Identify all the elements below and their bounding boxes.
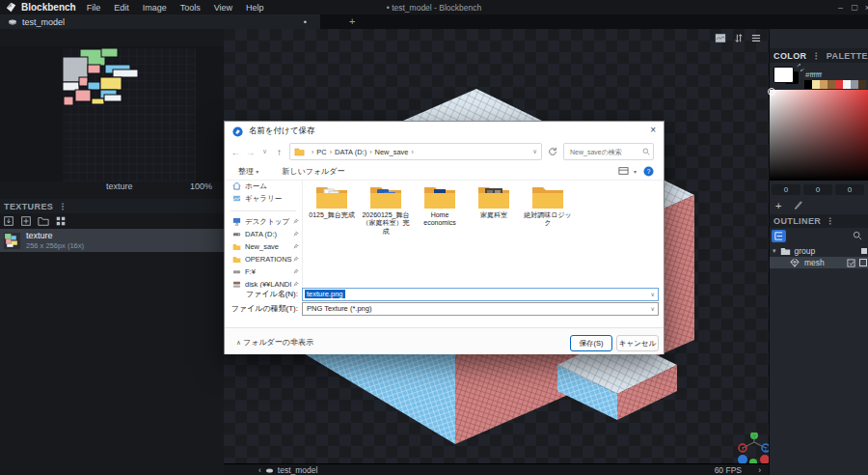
sidebar-item-new-save[interactable]: New_save <box>225 240 302 253</box>
folder-tile[interactable]: 家庭科室 <box>468 183 520 219</box>
breadcrumb-drive[interactable]: DATA (D:) <box>335 148 366 156</box>
folder-tile[interactable]: PSD 20260125_舞台（家庭科室）完成 <box>360 183 412 236</box>
edit-palette-icon[interactable] <box>793 201 802 210</box>
file-type-dropdown-icon[interactable]: ∨ <box>651 305 655 312</box>
hex-value[interactable]: #ffffff <box>805 70 822 79</box>
mesh-checkbox-icon[interactable] <box>847 259 855 267</box>
texture-layout-icon[interactable] <box>55 215 67 227</box>
pin-icon <box>293 231 299 237</box>
nav-forward-icon[interactable]: → <box>243 147 258 157</box>
breadcrumb[interactable]: › PC › DATA (D:) › New_save › ∨ <box>289 143 542 160</box>
menu-edit[interactable]: Edit <box>107 3 136 13</box>
outliner-group-row[interactable]: ▾ group <box>770 245 868 257</box>
view-options-chevron-icon[interactable]: ▾ <box>634 168 637 175</box>
file-name-input[interactable]: texture.png ∨ <box>302 288 659 301</box>
refresh-icon[interactable] <box>548 147 557 156</box>
palette-swatch[interactable] <box>858 80 866 89</box>
saturation-value-picker[interactable] <box>770 90 868 181</box>
new-tab-button[interactable]: + <box>349 15 355 27</box>
folder-tile[interactable]: Home economics <box>414 183 466 228</box>
sidebar-item-data-drive[interactable]: DATA (D:) <box>225 228 302 240</box>
file-type-select[interactable]: PNG Texture (*.png) ∨ <box>302 302 659 316</box>
chevron-down-icon[interactable]: ▾ <box>773 247 776 255</box>
current-color-swatch[interactable] <box>773 67 800 86</box>
menu-file[interactable]: File <box>80 3 108 13</box>
mesh-icon <box>790 259 800 267</box>
palette-swatch[interactable] <box>835 80 843 89</box>
palette-swatch[interactable] <box>843 80 851 89</box>
view-gizmo[interactable]: Y X Z <box>733 433 769 467</box>
status-model-name[interactable]: test_model <box>278 465 318 475</box>
swap-colors-icon[interactable] <box>797 64 804 71</box>
menu-image[interactable]: Image <box>136 3 174 13</box>
value-field[interactable]: 0 <box>835 184 864 195</box>
sidebar-item-home[interactable]: ホーム <box>225 180 302 192</box>
outliner-toggle-icon[interactable] <box>772 230 786 242</box>
maximize-button[interactable]: ▢ <box>851 3 858 12</box>
breadcrumb-pc[interactable]: PC <box>316 148 326 156</box>
breadcrumb-chevron-icon[interactable]: ∨ <box>532 148 537 155</box>
dialog-close-icon[interactable]: × <box>650 125 656 135</box>
menu-view[interactable]: View <box>207 3 239 13</box>
prev-model-arrow[interactable]: ‹ <box>258 465 261 475</box>
breadcrumb-folder[interactable]: New_save <box>375 148 409 156</box>
drive-icon <box>232 267 241 276</box>
viewport-menu-icon[interactable] <box>751 34 761 42</box>
add-palette-color-icon[interactable]: + <box>775 200 781 211</box>
help-icon[interactable]: ? <box>643 166 654 177</box>
folder-tile[interactable]: 0125_舞台完成 <box>306 183 358 219</box>
group-visibility-icon[interactable] <box>861 248 867 254</box>
sidebar-item-disk[interactable]: disk (¥¥LANDI <box>225 278 302 288</box>
value-field[interactable]: 0 <box>803 184 832 195</box>
sidebar-item-f-drive[interactable]: F:¥ <box>225 265 302 278</box>
desktop-icon <box>232 217 241 226</box>
uv-canvas-area[interactable] <box>0 46 224 182</box>
view-options-icon[interactable] <box>618 166 629 176</box>
outliner-mesh-row[interactable]: mesh <box>770 257 868 268</box>
mesh-visibility-icon[interactable] <box>859 259 867 266</box>
sidebar-item-operations[interactable]: OPERATIONS <box>225 253 302 265</box>
palette-swatch[interactable] <box>804 80 812 89</box>
minimize-button[interactable]: – <box>838 3 843 13</box>
texture-list-item[interactable]: texture 256 x 256px (16x) <box>0 229 224 252</box>
nav-recent-icon[interactable]: ∨ <box>258 148 272 155</box>
search-box[interactable] <box>563 143 654 160</box>
palette-swatch[interactable] <box>812 80 820 89</box>
dialog-titlebar[interactable]: 名前を付けて保存 × <box>225 122 664 141</box>
tab-palette[interactable]: PALETTE <box>827 51 868 61</box>
save-button[interactable]: 保存(S) <box>570 335 612 351</box>
sidebar-item-gallery[interactable]: ギャラリー <box>225 192 302 205</box>
tab-test-model[interactable]: test_model • <box>0 14 320 29</box>
search-icon[interactable] <box>853 231 862 240</box>
search-input[interactable] <box>568 148 645 156</box>
new-folder-button[interactable]: 新しいフォルダー <box>282 166 344 177</box>
chevron-up-icon: ∧ <box>236 339 241 346</box>
next-model-arrow[interactable]: › <box>758 465 761 475</box>
sidebar-item-desktop[interactable]: デスクトップ <box>225 215 302 228</box>
menu-tools[interactable]: Tools <box>174 3 207 13</box>
cancel-button[interactable]: キャンセル <box>616 335 659 351</box>
nav-up-icon[interactable]: ↑ <box>272 147 286 157</box>
menu-help[interactable]: Help <box>239 3 271 13</box>
palette-swatch[interactable] <box>820 80 827 89</box>
picker-cursor[interactable] <box>768 88 775 96</box>
sort-icon[interactable] <box>734 33 744 43</box>
import-texture-icon[interactable] <box>3 215 14 227</box>
hide-folders-button[interactable]: ∧ フォルダーの非表示 <box>236 337 313 348</box>
texture-folder-icon[interactable] <box>38 215 49 227</box>
nav-back-icon[interactable]: ← <box>229 147 243 157</box>
palette-swatch[interactable] <box>851 80 858 89</box>
value-field[interactable]: 0 <box>772 184 800 195</box>
palette-swatch[interactable] <box>827 80 835 89</box>
tab-color[interactable]: COLOR ⋮ <box>773 51 823 61</box>
create-texture-icon[interactable] <box>20 215 32 227</box>
color-values: 0 0 0 <box>772 184 864 195</box>
folder-tile[interactable]: 絶対調味ロジック <box>522 183 574 228</box>
model-icon <box>265 467 274 474</box>
organize-button[interactable]: 整理 ▾ <box>238 166 258 177</box>
texture-canvas[interactable] <box>63 48 196 182</box>
folder-icon <box>294 148 305 156</box>
file-name-dropdown-icon[interactable]: ∨ <box>651 291 655 297</box>
unsaved-dot: • <box>304 17 307 27</box>
background-image-icon[interactable] <box>715 33 726 43</box>
